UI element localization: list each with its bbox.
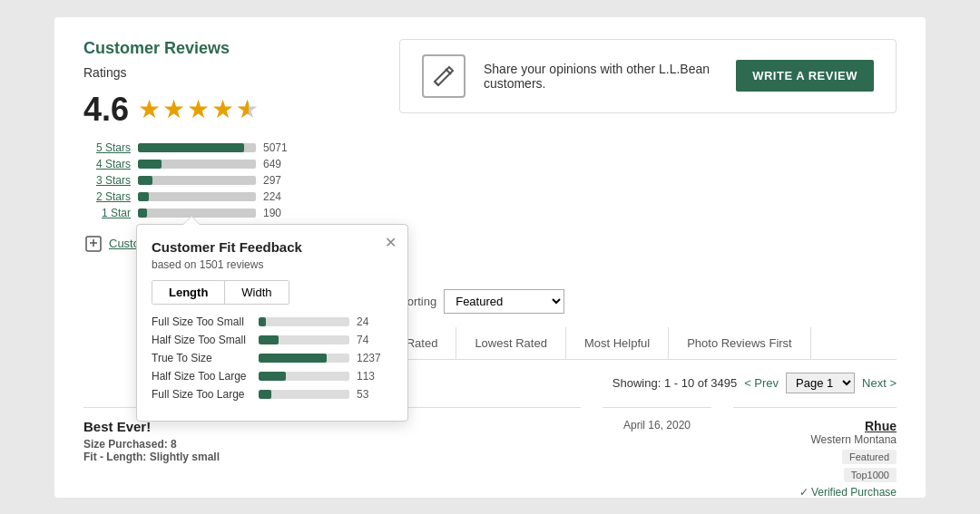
fit-bar-label-1: Half Size Too Small (152, 334, 251, 346)
star-4: ★ (211, 94, 234, 124)
bar-row-3: 3 Stars 297 (83, 174, 897, 187)
bar-fill-3 (138, 176, 152, 185)
bar-fill-2 (138, 192, 149, 201)
fit-bar-count-1: 74 (357, 334, 384, 346)
fit-bar-fill-3 (259, 372, 286, 381)
next-button[interactable]: Next > (862, 376, 897, 390)
fit-tab-length[interactable]: Length (152, 281, 225, 304)
fit-bar-count-0: 24 (357, 315, 384, 328)
fit-icon (83, 234, 103, 254)
showing-text: Showing: 1 - 10 of 3495 (612, 376, 737, 390)
badge-featured: Featured (842, 450, 897, 464)
review-meta: Size Purchased: 8 Fit - Length: Slightly… (83, 438, 581, 463)
sort-select[interactable]: Featured Newest Oldest Highest Rated Low… (444, 289, 564, 314)
sort-row: Sorting Featured Newest Oldest Highest R… (399, 289, 897, 314)
fit-bar-half-small: Half Size Too Small 74 (152, 334, 393, 346)
fit-bar-label-2: True To Size (152, 352, 251, 364)
bar-label-4[interactable]: 4 Stars (83, 158, 131, 170)
bar-count-2: 224 (263, 190, 296, 203)
fit-bar-fill-2 (259, 354, 327, 363)
fit-bar-track-3 (259, 372, 349, 381)
fit-popup: ✕ Customer Fit Feedback based on 1501 re… (136, 224, 408, 422)
main-card: Customer Reviews Ratings 4.6 ★ ★ ★ ★ ★ ★… (54, 17, 926, 498)
fit-tab-width[interactable]: Width (225, 281, 288, 304)
write-review-text: Share your opinions with other L.L.Bean … (484, 62, 718, 91)
review-right: Rhue Western Montana Featured Top1000 ✓ … (733, 407, 897, 499)
bar-label-1[interactable]: 1 Star (83, 207, 131, 219)
size-value: 8 (171, 438, 177, 451)
bar-fill-5 (138, 143, 244, 152)
pencil-icon (431, 63, 456, 89)
popup-arrow (182, 216, 201, 225)
write-review-panel: Share your opinions with other L.L.Bean … (399, 39, 897, 113)
star-5-half: ★ ★ (236, 94, 259, 124)
tab-photo-reviews[interactable]: Photo Reviews First (669, 327, 811, 359)
write-review-button[interactable]: WRITE A REVIEW (736, 60, 874, 92)
size-label: Size Purchased: (83, 438, 168, 451)
fit-popup-sub: based on 1501 reviews (152, 258, 393, 271)
bar-count-3: 297 (263, 174, 296, 187)
badge-top1000: Top1000 (844, 468, 897, 482)
fit-bar-fill-4 (259, 390, 271, 399)
bar-track-2 (138, 192, 256, 201)
star-1: ★ (138, 94, 161, 124)
fit-bar-true-size: True To Size 1237 (152, 352, 393, 364)
star-3: ★ (187, 94, 210, 124)
verified-badge: ✓ Verified Purchase (733, 486, 897, 499)
bar-track-3 (138, 176, 256, 185)
bar-row-2: 2 Stars 224 (83, 190, 897, 203)
bar-count-1: 190 (263, 207, 296, 219)
bar-track-5 (138, 143, 256, 152)
bar-fill-4 (138, 160, 162, 169)
bar-count-5: 5071 (263, 141, 296, 154)
reviewer-name[interactable]: Rhue (733, 419, 897, 433)
bar-track-4 (138, 160, 256, 169)
fit-popup-title: Customer Fit Feedback (152, 239, 393, 255)
fit-bar-count-4: 53 (357, 388, 384, 401)
fit-bar-count-3: 113 (357, 370, 384, 383)
tabs-row: Highest Rated Lowest Rated Most Helpful … (345, 327, 897, 360)
bar-label-5[interactable]: 5 Stars (83, 141, 131, 154)
fit-bar-full-large: Full Size Too Large 53 (152, 388, 393, 401)
svg-line-3 (446, 69, 451, 74)
review-date: April 16, 2020 (603, 407, 711, 499)
reviewer-location: Western Montana (733, 433, 897, 446)
fit-bar-track-1 (259, 335, 349, 344)
stars-row: ★ ★ ★ ★ ★ ★ (138, 94, 259, 124)
bar-row-4: 4 Stars 649 (83, 158, 897, 170)
fit-bar-count-2: 1237 (357, 352, 384, 364)
tab-most-helpful[interactable]: Most Helpful (566, 327, 669, 359)
fit-bar-full-small: Full Size Too Small 24 (152, 315, 393, 328)
rating-number: 4.6 (83, 91, 129, 129)
star-2: ★ (162, 94, 185, 124)
fit-value: Slightly small (150, 451, 220, 463)
fit-bar-track-2 (259, 354, 349, 363)
fit-bar-fill-0 (259, 317, 266, 326)
tab-lowest-rated[interactable]: Lowest Rated (456, 327, 566, 359)
bar-count-4: 649 (263, 158, 296, 170)
fit-label: Fit - Length: (83, 451, 146, 463)
fit-bar-half-large: Half Size Too Large 113 (152, 370, 393, 383)
bar-row-1: 1 Star 190 (83, 207, 897, 219)
star-bars: 5 Stars 5071 4 Stars 649 3 Stars 297 2 S… (83, 141, 897, 219)
fit-bar-track-0 (259, 317, 349, 326)
fit-popup-close-button[interactable]: ✕ (385, 234, 397, 251)
fit-bar-label-4: Full Size Too Large (152, 388, 251, 401)
fit-bar-label-3: Half Size Too Large (152, 370, 251, 383)
bar-label-2[interactable]: 2 Stars (83, 190, 131, 203)
page-select[interactable]: Page 1 Page 2 (786, 373, 855, 393)
pencil-icon-wrap (422, 54, 466, 98)
fit-tabs: Length Width (152, 280, 289, 305)
bar-fill-1 (138, 209, 147, 218)
prev-button[interactable]: < Prev (744, 376, 779, 390)
fit-bar-track-4 (259, 390, 349, 399)
bar-label-3[interactable]: 3 Stars (83, 174, 131, 187)
showing-row: Showing: 1 - 10 of 3495 < Prev Page 1 Pa… (399, 373, 897, 393)
fit-bar-fill-1 (259, 335, 279, 344)
fit-bar-label-0: Full Size Too Small (152, 315, 251, 328)
bar-row-5: 5 Stars 5071 (83, 141, 897, 154)
